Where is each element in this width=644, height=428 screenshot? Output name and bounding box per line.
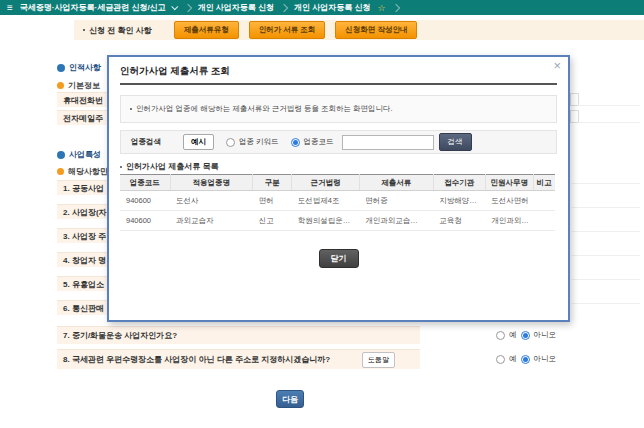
modal-close-button[interactable]: 닫기 [319, 249, 359, 268]
next-button[interactable]: 다음 [276, 390, 304, 408]
section-bullet-icon [57, 64, 65, 72]
table-header-row: 업종코드 적용업종명 구분 근거법령 제출서류 접수기관 민원사무명 비고 [120, 175, 555, 191]
section-applicable-label: 해당사항만 [68, 166, 108, 177]
section-bullet-icon [57, 151, 65, 159]
col-header: 비고 [533, 175, 555, 191]
breadcrumb-separator-icon [183, 3, 191, 11]
q7-yes-label[interactable]: 예 [509, 330, 517, 340]
cell: 도선사 [170, 191, 253, 211]
section-basic-label: 기본정보 [68, 80, 100, 91]
question-8-radio-group: 예 아니오 [496, 354, 556, 364]
section-bullet-icon [57, 82, 64, 89]
favorite-star-icon[interactable]: ☆ [378, 3, 386, 13]
col-header: 제출서류 [359, 175, 433, 191]
industry-code-input[interactable] [342, 135, 434, 150]
cell: 면허증 [359, 191, 433, 211]
col-header: 근거법령 [292, 175, 359, 191]
question-5-label: 5. 유흥업소 [63, 279, 104, 290]
pre-check-label: 신청 전 확인 사항 [89, 25, 152, 36]
pre-check-strip: 신청 전 확인 사항 제출서류유형 인허가 서류 조회 신청화면 작성안내 [74, 20, 644, 40]
cell: 지방해양… [433, 191, 485, 211]
question-7-label: 7. 중기/화물운송 사업자인가요? [63, 330, 177, 341]
question-8-label: 8. 국세관련 우편수령장소를 사업장이 아닌 다른 주소로 지정하시겠습니까? [63, 354, 330, 365]
divider [578, 105, 640, 106]
question-2-label: 2. 사업장(자 [63, 207, 107, 218]
title-divider [120, 83, 557, 85]
section-personal-label: 인적사항 [69, 62, 101, 73]
industry-search-row: 업종검색 예시 업종 키워드 업종코드 검색 [120, 130, 557, 154]
industry-code-radio-selected[interactable] [291, 138, 300, 147]
bullet-icon [130, 108, 132, 110]
bullet-icon [83, 29, 85, 31]
question-4-label: 4. 창업자 명 [63, 255, 106, 266]
cell: 도선법제4조 [292, 191, 359, 211]
cell: 학원의설립운… [292, 211, 359, 231]
cell: 개인과외… [485, 211, 533, 231]
modal-description: 인허가사업 업종에 해당하는 제출서류와 근거법령 등을 조회하는 화면입니다. [136, 104, 393, 114]
table-row[interactable]: 940600 과외교습자 신고 학원의설립운… 개인과외교습… 교육청 개인과외… [120, 211, 555, 231]
question-6-label: 6. 통신판매 [63, 303, 104, 314]
section-applicable-only: 해당사항만 [57, 166, 108, 177]
license-doc-lookup-modal: × 인허가사업 제출서류 조회 인허가사업 업종에 해당하는 제출서류와 근거법… [107, 55, 570, 322]
form-guide-button[interactable]: 신청화면 작성안내 [335, 21, 417, 39]
col-header: 적용업종명 [170, 175, 253, 191]
q8-no-radio-selected[interactable] [521, 355, 530, 364]
cell: 940600 [120, 191, 170, 211]
q8-yes-radio[interactable] [496, 355, 505, 364]
example-button[interactable]: 예시 [183, 134, 214, 150]
industry-search-label: 업종검색 [131, 137, 161, 147]
phone-field-label: 휴대전화번 [63, 95, 103, 106]
divider [572, 207, 640, 208]
document-type-button[interactable]: 제출서류유형 [174, 21, 239, 39]
section-basic-info: 기본정보 [57, 80, 100, 91]
table-row[interactable]: 940600 도선사 면허 도선법제4조 면허증 지방해양… 도선사면허 [120, 191, 555, 211]
breadcrumb-separator-icon [280, 3, 288, 11]
breadcrumb-separator-icon [391, 3, 399, 11]
question-1-label: 1. 공동사업 [63, 183, 104, 194]
menu-title[interactable]: 국세증명·사업자등록·세금관련 신청/신고 [20, 2, 166, 13]
q8-yes-label[interactable]: 예 [509, 354, 517, 364]
cell: 개인과외교습… [359, 211, 433, 231]
doc-list-title: 인허가사업 제출서류 목록 [126, 161, 218, 172]
breadcrumb-item-1[interactable]: 개인 사업자등록 신청 [198, 2, 274, 13]
cell [533, 191, 555, 211]
col-header: 구분 [253, 175, 292, 191]
q7-yes-radio[interactable] [496, 331, 505, 340]
chevron-down-icon[interactable] [171, 3, 178, 10]
divider [572, 231, 640, 232]
cell: 940600 [120, 211, 170, 231]
q7-no-radio-selected[interactable] [521, 331, 530, 340]
cell: 교육청 [433, 211, 485, 231]
question-7-radio-group: 예 아니오 [496, 330, 556, 340]
question-row-7: 7. 중기/화물운송 사업자인가요? [57, 326, 420, 344]
divider [572, 255, 640, 256]
section-business-traits: 사업특성 [57, 149, 101, 160]
search-button[interactable]: 검색 [439, 133, 472, 151]
license-doc-lookup-button[interactable]: 인허가 서류 조회 [249, 21, 326, 39]
q8-no-label[interactable]: 아니오 [534, 354, 557, 364]
industry-code-label[interactable]: 업종코드 [304, 137, 334, 147]
col-header: 민원사무명 [485, 175, 533, 191]
cell: 과외교습자 [170, 211, 253, 231]
cell: 면허 [253, 191, 292, 211]
help-button[interactable]: 도움말 [362, 352, 395, 368]
close-icon[interactable]: × [553, 59, 561, 72]
divider [578, 122, 640, 123]
top-navigation-bar: ≡ 국세증명·사업자등록·세금관련 신청/신고 개인 사업자등록 신청 개인 사… [0, 0, 644, 15]
hamburger-menu-icon[interactable]: ≡ [7, 3, 13, 13]
bullet-icon [120, 166, 122, 168]
cell [533, 211, 555, 231]
col-header: 업종코드 [120, 175, 170, 191]
divider [572, 279, 640, 280]
col-header: 접수기관 [433, 175, 485, 191]
doc-list-title-row: 인허가사업 제출서류 목록 [120, 161, 218, 172]
section-personal-info: 인적사항 [57, 62, 101, 73]
industry-keyword-radio[interactable] [226, 138, 235, 147]
breadcrumb-item-2[interactable]: 개인 사업자등록 신청 [294, 2, 370, 13]
divider [572, 303, 640, 304]
divider [572, 183, 640, 184]
section-bullet-icon [57, 168, 64, 175]
industry-keyword-label[interactable]: 업종 키워드 [239, 137, 279, 147]
cell: 도선사면허 [485, 191, 533, 211]
q7-no-label[interactable]: 아니오 [534, 330, 557, 340]
